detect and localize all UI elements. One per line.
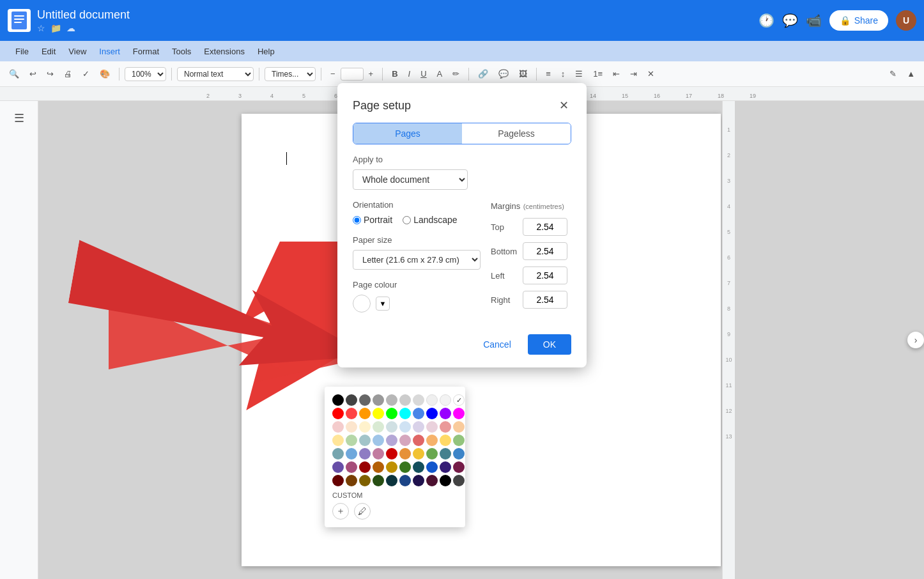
color-swatch-item[interactable] [373, 435, 384, 446]
share-button[interactable]: 🔒 Share [829, 10, 888, 31]
color-swatch-item[interactable] [332, 394, 344, 406]
color-swatch-item[interactable] [399, 408, 411, 419]
folder-icon[interactable]: 📁 [50, 23, 61, 33]
color-swatch-item[interactable] [440, 461, 451, 473]
color-swatch-item[interactable] [386, 461, 397, 473]
zoom-select[interactable]: 100% [125, 67, 166, 81]
left-input[interactable] [523, 266, 567, 284]
font-color-btn[interactable]: A [433, 66, 447, 81]
color-swatch-item[interactable] [359, 435, 371, 446]
clear-format-btn[interactable]: ✕ [643, 66, 658, 81]
align-btn[interactable]: ≡ [542, 66, 555, 81]
color-swatch-item[interactable] [413, 394, 424, 406]
bold-btn[interactable]: B [388, 66, 401, 81]
redo-btn[interactable]: ↪ [43, 66, 58, 81]
cloud-icon[interactable]: ☁ [66, 23, 75, 33]
eyedropper-btn[interactable]: 🖊 [354, 503, 371, 520]
color-swatch-item[interactable] [386, 394, 397, 406]
indent-more-btn[interactable]: ⇥ [626, 66, 641, 81]
numbered-list-btn[interactable]: 1≡ [589, 66, 606, 81]
color-swatch-item[interactable] [453, 435, 465, 446]
color-swatch-item[interactable] [359, 461, 371, 473]
color-swatch-item[interactable] [426, 394, 438, 406]
color-swatch-item[interactable] [359, 448, 371, 459]
color-swatch-item[interactable]: ✓ [453, 394, 465, 406]
menu-view[interactable]: View [63, 45, 91, 58]
menu-extensions[interactable]: Extensions [199, 45, 250, 58]
color-swatch-item[interactable] [399, 394, 411, 406]
bullet-list-btn[interactable]: ☰ [571, 66, 587, 81]
menu-format[interactable]: Format [128, 45, 164, 58]
color-swatch-item[interactable] [359, 421, 371, 433]
color-swatch-item[interactable] [373, 421, 384, 433]
highlight-btn[interactable]: ✏ [449, 66, 463, 81]
color-swatch-item[interactable] [399, 475, 411, 486]
color-swatch-item[interactable] [332, 475, 344, 486]
color-swatch-item[interactable] [453, 461, 465, 473]
link-btn[interactable]: 🔗 [474, 66, 492, 81]
color-swatch-item[interactable] [440, 421, 451, 433]
ok-button[interactable]: OK [528, 334, 571, 355]
color-swatch-item[interactable] [413, 448, 424, 459]
bottom-input[interactable] [523, 242, 567, 260]
portrait-radio[interactable] [353, 216, 361, 224]
color-swatch-item[interactable] [386, 448, 397, 459]
color-swatch-item[interactable] [440, 394, 451, 406]
history-icon[interactable]: 🕐 [758, 13, 774, 28]
undo-btn[interactable]: ↩ [26, 66, 40, 81]
color-swatch-item[interactable] [413, 461, 424, 473]
comments-icon[interactable]: 💬 [782, 13, 798, 28]
color-swatch-item[interactable] [426, 435, 438, 446]
color-swatch-item[interactable] [413, 421, 424, 433]
portrait-radio-label[interactable]: Portrait [353, 215, 392, 225]
color-swatch-item[interactable] [359, 394, 371, 406]
font-size-decrease[interactable]: − [327, 66, 339, 81]
color-swatch-item[interactable] [440, 408, 451, 419]
color-swatch-item[interactable] [413, 475, 424, 486]
color-swatch-item[interactable] [399, 435, 411, 446]
color-swatch-item[interactable] [386, 435, 397, 446]
color-swatch-item[interactable] [386, 475, 397, 486]
colour-dropdown-btn[interactable]: ▼ [376, 297, 390, 311]
line-spacing-btn[interactable]: ↕ [557, 66, 569, 81]
color-swatch-item[interactable] [440, 435, 451, 446]
tab-pages[interactable]: Pages [353, 123, 462, 144]
meet-icon[interactable]: 📹 [806, 13, 822, 28]
apply-to-select[interactable]: Whole document [353, 169, 468, 190]
color-swatch-item[interactable] [332, 448, 344, 459]
paper-size-select[interactable]: Letter (21.6 cm x 27.9 cm) [353, 250, 481, 270]
color-swatch-item[interactable] [332, 461, 344, 473]
image-btn[interactable]: 🖼 [515, 66, 531, 81]
color-swatch-item[interactable] [346, 461, 357, 473]
color-swatch-item[interactable] [426, 448, 438, 459]
outline-icon[interactable]: ☰ [14, 111, 24, 125]
color-swatch-item[interactable] [373, 475, 384, 486]
avatar[interactable]: U [896, 10, 916, 31]
color-swatch-item[interactable] [332, 435, 344, 446]
color-swatch-item[interactable] [386, 408, 397, 419]
color-swatch-item[interactable] [453, 448, 465, 459]
close-button[interactable]: ✕ [557, 96, 571, 115]
color-swatch-item[interactable] [373, 394, 384, 406]
italic-btn[interactable]: I [404, 66, 415, 81]
top-input[interactable] [523, 218, 567, 236]
color-swatch-item[interactable] [453, 475, 465, 486]
doc-title[interactable]: Untitled document [37, 8, 130, 22]
color-swatch-item[interactable] [426, 475, 438, 486]
color-swatch-item[interactable] [426, 421, 438, 433]
color-swatch-item[interactable] [399, 421, 411, 433]
right-input[interactable] [523, 291, 567, 309]
landscape-radio[interactable] [403, 216, 411, 224]
color-swatch-item[interactable] [440, 448, 451, 459]
color-swatch-item[interactable] [332, 421, 344, 433]
add-custom-color-btn[interactable]: ＋ [332, 503, 349, 520]
color-swatch-item[interactable] [413, 408, 424, 419]
search-btn[interactable]: 🔍 [5, 66, 23, 81]
color-swatch-item[interactable] [346, 408, 357, 419]
color-swatch-item[interactable] [413, 435, 424, 446]
indent-less-btn[interactable]: ⇤ [609, 66, 624, 81]
color-swatch-item[interactable] [373, 408, 384, 419]
menu-file[interactable]: File [10, 45, 34, 58]
color-swatch-item[interactable] [332, 408, 344, 419]
color-swatch-item[interactable] [346, 394, 357, 406]
